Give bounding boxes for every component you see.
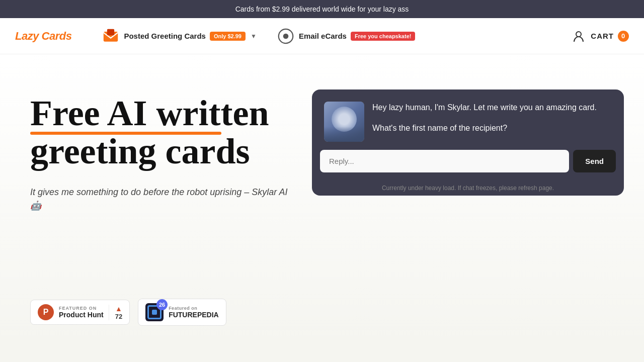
user-icon[interactable] xyxy=(572,29,586,43)
email-ecards-badge: Free you cheapskate! xyxy=(351,32,416,41)
navbar: Lazy Cards Posted Greeting Cards Only $2… xyxy=(0,18,644,54)
fp-badge-wrapper: 26 xyxy=(145,303,164,321)
email-ecards-nav-item[interactable]: Email eCards Free you cheapskate! xyxy=(277,27,416,45)
logo[interactable]: Lazy Cards xyxy=(15,30,71,43)
top-banner: Cards from $2.99 delivered world wide fo… xyxy=(0,0,644,18)
ph-featured-label: FEATURED ON xyxy=(59,306,104,311)
chat-body: Hey lazy human, I'm Skylar. Let me write… xyxy=(312,89,624,142)
fp-count-badge: 26 xyxy=(156,299,168,310)
heading-line2: greeting cards xyxy=(30,131,250,171)
product-hunt-text: FEATURED ON Product Hunt xyxy=(59,306,104,319)
email-ecards-label: Email eCards xyxy=(299,32,347,40)
ai-avatar xyxy=(324,102,364,142)
chat-input-area: Send xyxy=(320,150,616,172)
chat-widget: Hey lazy human, I'm Skylar. Let me write… xyxy=(312,89,624,196)
svg-point-4 xyxy=(576,32,581,37)
banner-text: Cards from $2.99 delivered world wide fo… xyxy=(235,5,409,13)
ph-count-number: 72 xyxy=(115,313,122,320)
posted-cards-label: Posted Greeting Cards xyxy=(124,32,206,40)
futurepedia-text: Featured on FUTUREPEDIA xyxy=(169,306,219,319)
cart-count: 0 xyxy=(618,31,629,42)
product-hunt-badge[interactable]: P FEATURED ON Product Hunt ▲ 72 xyxy=(30,300,130,325)
ph-count: ▲ 72 xyxy=(109,305,122,320)
svg-rect-1 xyxy=(107,29,114,35)
envelope-icon xyxy=(102,27,120,45)
bottom-badges: P FEATURED ON Product Hunt ▲ 72 26 xyxy=(30,299,226,326)
ai-avatar-image xyxy=(324,102,364,142)
futurepedia-badge[interactable]: 26 Featured on FUTUREPEDIA xyxy=(138,299,226,326)
nav-links: Posted Greeting Cards Only $2.99 ▼ Email… xyxy=(102,27,572,45)
main-heading: Free AI written greeting cards xyxy=(30,95,292,170)
hero-subtitle: It gives me something to do before the r… xyxy=(30,186,292,213)
chat-messages: Hey lazy human, I'm Skylar. Let me write… xyxy=(372,102,612,142)
at-icon xyxy=(277,27,295,45)
fp-name: FUTUREPEDIA xyxy=(169,311,219,319)
posted-cards-chevron: ▼ xyxy=(251,33,257,40)
chat-note: Currently under heavy load. If chat free… xyxy=(312,180,624,196)
ph-name: Product Hunt xyxy=(59,311,104,319)
left-column: Free AI written greeting cards It gives … xyxy=(30,84,292,213)
main-content: Free AI written greeting cards It gives … xyxy=(0,54,644,341)
chat-intro-message: Hey lazy human, I'm Skylar. Let me write… xyxy=(372,102,612,114)
nav-right: CART 0 xyxy=(572,29,629,43)
chat-question: What's the first name of the recipient? xyxy=(372,124,612,133)
product-hunt-logo: P xyxy=(38,304,54,320)
cart-label: CART xyxy=(591,32,614,40)
posted-cards-nav-item[interactable]: Posted Greeting Cards Only $2.99 ▼ xyxy=(102,27,256,45)
chat-send-button[interactable]: Send xyxy=(573,150,616,172)
cart-button[interactable]: CART 0 xyxy=(591,31,629,42)
ph-arrow-icon: ▲ xyxy=(115,305,122,313)
heading-line1: Free AI written xyxy=(30,95,269,133)
fp-featured-label: Featured on xyxy=(169,306,219,311)
posted-cards-badge: Only $2.99 xyxy=(210,32,246,41)
svg-point-3 xyxy=(283,33,289,39)
fp-logo-dot xyxy=(152,310,157,315)
chat-reply-input[interactable] xyxy=(320,150,569,172)
